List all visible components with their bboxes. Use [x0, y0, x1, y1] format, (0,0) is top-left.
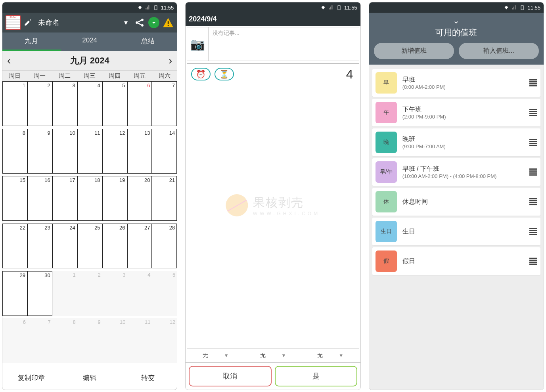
calendar-cell[interactable]: 10 — [52, 129, 77, 174]
shift-item[interactable]: 早早班(8:00 AM-2:00 PM) — [372, 69, 540, 97]
next-month[interactable]: › — [169, 54, 172, 67]
panel-header: ⌄ 可用的值班 新增值班 输入值班... — [369, 13, 544, 65]
tab-1[interactable]: 2024 — [61, 33, 119, 51]
calendar-cell[interactable]: 12 — [102, 129, 127, 174]
share-icon[interactable] — [134, 17, 145, 28]
note-input[interactable]: 没有记事... — [209, 27, 358, 61]
pencil-icon[interactable] — [24, 19, 32, 27]
shift-spinner[interactable]: 无▼ — [317, 352, 343, 359]
calendar-cell[interactable]: 5 — [102, 81, 127, 126]
calendar-cell[interactable]: 14 — [152, 129, 177, 174]
drag-handle-icon[interactable] — [529, 138, 537, 147]
weekday-header: 周日周一周二周三周四周五周六 — [2, 70, 177, 81]
import-shift-button[interactable]: 输入值班... — [459, 43, 539, 59]
panel-title: 可用的值班 — [369, 27, 544, 38]
money-chip[interactable]: ⏳ — [215, 68, 234, 80]
chevron-down-icon[interactable]: ⌄ — [369, 16, 544, 25]
weekday: 周日 — [2, 71, 27, 81]
calendar-cell[interactable]: 6 — [2, 318, 27, 363]
calendar-cell[interactable]: 21 — [152, 176, 177, 221]
shift-badge: 休 — [375, 191, 397, 212]
prev-month[interactable]: ‹ — [7, 54, 11, 67]
calendar-cell[interactable]: 19 — [102, 176, 127, 221]
confirm-button[interactable]: 是 — [275, 366, 357, 386]
shift-item[interactable]: 假假日 — [372, 247, 540, 275]
calendar-cell[interactable]: 29 — [2, 271, 27, 316]
sync-button[interactable] — [148, 17, 159, 28]
calendar-cell[interactable]: 11 — [77, 129, 102, 174]
schedule-name: 未命名 — [38, 18, 59, 27]
tab-0[interactable]: 九月 — [2, 33, 61, 51]
calendar-cell[interactable]: 22 — [2, 224, 27, 268]
app-logo[interactable] — [6, 15, 21, 30]
drag-handle-icon[interactable] — [529, 168, 537, 176]
calendar-cell[interactable]: 6 — [127, 81, 152, 126]
calendar-cell[interactable]: 1 — [52, 271, 77, 316]
shift-spinner[interactable]: 无▼ — [203, 352, 229, 359]
shift-item[interactable]: 生日生日 — [372, 218, 540, 245]
shift-spinner[interactable]: 无▼ — [260, 352, 286, 359]
calendar-cell[interactable]: 3 — [52, 81, 77, 126]
drag-handle-icon[interactable] — [529, 78, 537, 87]
calendar-cell[interactable]: 27 — [127, 224, 152, 268]
calendar-cell[interactable]: 4 — [77, 81, 102, 126]
wifi-icon — [504, 5, 509, 10]
shift-name: 晚班 — [402, 135, 529, 143]
camera-button[interactable]: 📷 — [187, 27, 209, 61]
drag-handle-icon[interactable] — [529, 227, 537, 236]
toolbar-button[interactable]: 转变 — [119, 366, 177, 390]
shift-name: 生日 — [402, 228, 529, 236]
cancel-button[interactable]: 取消 — [189, 366, 271, 386]
shift-name: 休息时间 — [402, 198, 529, 206]
calendar-cell[interactable]: 28 — [152, 224, 177, 268]
calendar-cell[interactable]: 3 — [102, 271, 127, 316]
toolbar-button[interactable]: 复制印章 — [2, 366, 61, 390]
shift-item[interactable]: 休休息时间 — [372, 188, 540, 216]
shift-item[interactable]: 早/午早班 / 下午班(10:00 AM-2:00 PM) - (4:00 PM… — [372, 158, 540, 186]
calendar-cell[interactable]: 15 — [2, 176, 27, 221]
calendar-cell[interactable]: 8 — [2, 129, 27, 174]
drag-handle-icon[interactable] — [529, 197, 537, 206]
calendar-cell[interactable]: 9 — [27, 129, 52, 174]
calendar-cell[interactable]: 9 — [77, 318, 102, 363]
drag-handle-icon[interactable] — [529, 108, 537, 117]
calendar-cell[interactable]: 11 — [127, 318, 152, 363]
phone-calendar: 11:55 未命名 ▾ 九月2024总结 ‹ 九月 2024 › 周日周一周二周… — [2, 2, 177, 390]
calendar-cell[interactable]: 18 — [77, 176, 102, 221]
calendar-cell[interactable]: 12 — [152, 318, 177, 363]
calendar-cell[interactable]: 10 — [102, 318, 127, 363]
calendar-cell[interactable]: 26 — [102, 224, 127, 268]
calendar-cell[interactable]: 23 — [27, 224, 52, 268]
calendar-cell[interactable]: 5 — [152, 271, 177, 316]
calendar-cell[interactable]: 20 — [127, 176, 152, 221]
calendar-cell[interactable]: 8 — [52, 318, 77, 363]
calendar-cell[interactable]: 25 — [77, 224, 102, 268]
drag-handle-icon[interactable] — [529, 257, 537, 266]
calendar-cell[interactable]: 2 — [77, 271, 102, 316]
add-shift-button[interactable]: 新增值班 — [374, 43, 454, 59]
calendar-cell[interactable]: 16 — [27, 176, 52, 221]
calendar-cell[interactable]: 7 — [27, 318, 52, 363]
phone-day-detail: 11:55 2024/9/4 📷 没有记事... ⏰ ⏳ 4 果核剥壳 WWW.… — [185, 2, 360, 390]
calendar-cell[interactable]: 17 — [52, 176, 77, 221]
alarm-chip[interactable]: ⏰ — [191, 68, 211, 80]
status-bar: 11:55 — [2, 2, 177, 13]
shift-item[interactable]: 午下午班(2:00 PM-9:00 PM) — [372, 99, 540, 126]
calendar-cell[interactable]: 1 — [2, 81, 27, 126]
calendar-cell[interactable]: 7 — [152, 81, 177, 126]
calendar-cell[interactable]: 4 — [127, 271, 152, 316]
shift-badge: 假 — [375, 250, 397, 272]
date-header: 2024/9/4 — [186, 13, 360, 26]
tab-2[interactable]: 总结 — [119, 33, 177, 51]
warning-icon[interactable] — [163, 17, 174, 28]
calendar-cell[interactable]: 2 — [27, 81, 52, 126]
shift-item[interactable]: 晚晚班(9:00 PM-7:00 AM) — [372, 128, 540, 156]
toolbar-button[interactable]: 编辑 — [61, 366, 119, 390]
view-tabs: 九月2024总结 — [2, 33, 177, 51]
calendar-cell[interactable]: 24 — [52, 224, 77, 268]
weekday: 周五 — [127, 71, 152, 81]
calendar-cell[interactable]: 30 — [27, 271, 52, 316]
calendar-cell[interactable]: 13 — [127, 129, 152, 174]
schedule-dropdown[interactable]: 未命名 ▾ — [35, 18, 131, 27]
shift-name: 早班 — [402, 76, 529, 84]
